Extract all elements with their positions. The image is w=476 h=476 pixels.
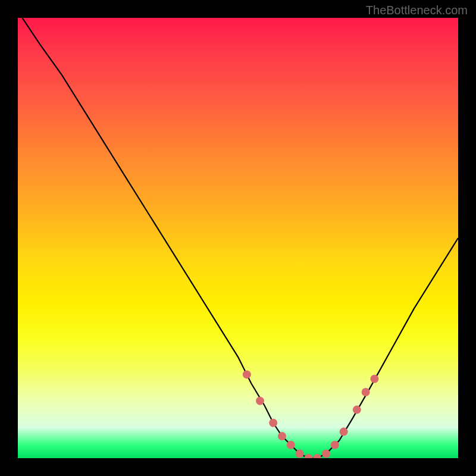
- marker-point: [256, 397, 264, 405]
- marker-point: [353, 406, 361, 414]
- chart-svg: [18, 18, 458, 458]
- marker-point: [322, 450, 330, 458]
- marker-point: [362, 388, 370, 396]
- marker-point: [278, 432, 286, 440]
- marker-point: [370, 375, 378, 383]
- highlight-markers: [243, 370, 379, 458]
- marker-point: [243, 370, 251, 378]
- marker-point: [296, 450, 304, 458]
- marker-point: [269, 419, 277, 427]
- marker-point: [304, 454, 312, 458]
- watermark-text: TheBottleneck.com: [366, 4, 468, 17]
- marker-point: [287, 441, 295, 449]
- marker-point: [313, 454, 321, 458]
- marker-point: [331, 441, 339, 449]
- marker-point: [340, 428, 348, 436]
- bottleneck-curve: [22, 18, 458, 458]
- plot-area: [18, 18, 458, 458]
